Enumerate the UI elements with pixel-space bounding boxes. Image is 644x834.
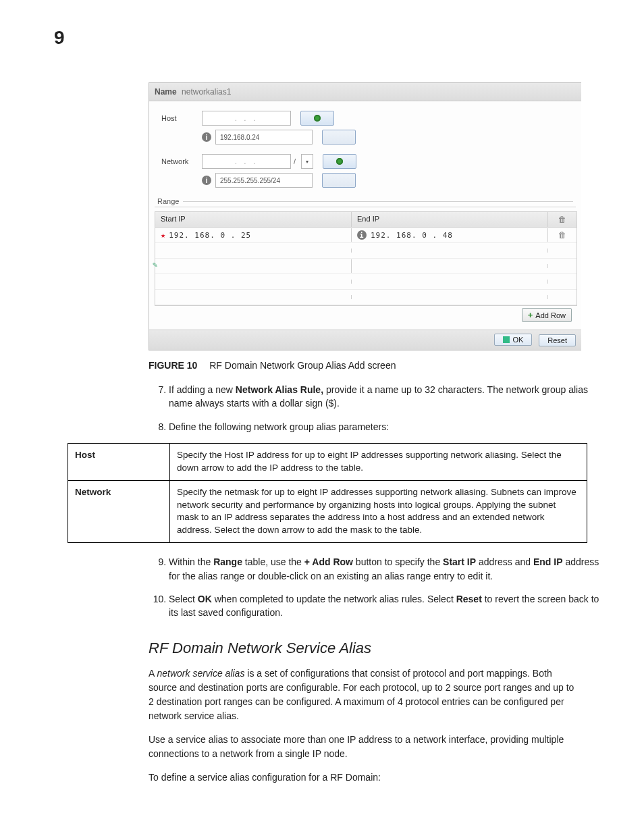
name-bar: Name networkalias1 <box>149 83 581 101</box>
name-value: networkalias1 <box>182 87 231 97</box>
paragraph-3: To define a service alias configuration … <box>149 771 581 785</box>
host-value-box[interactable]: 192.168.0.24 <box>215 130 313 145</box>
network-label: Network <box>161 157 202 165</box>
plus-icon: + <box>528 310 533 320</box>
host-ip-input[interactable]: . . . <box>202 111 291 126</box>
add-row-label: Add Row <box>535 311 566 319</box>
param-network-text: Specify the netmask for up to eight IP a… <box>170 480 587 543</box>
range-table: Start IP End IP 🗑 ★192. 168. 0 . 25 i192… <box>155 211 577 306</box>
star-icon: ★ <box>161 230 166 240</box>
trash-icon[interactable]: 🗑 <box>558 230 566 240</box>
range-row[interactable]: ✎ <box>155 259 576 274</box>
slash-label: / <box>294 157 296 165</box>
host-label: Host <box>161 114 202 122</box>
host-add-button[interactable] <box>300 111 334 126</box>
pencil-icon[interactable]: ✎ <box>153 260 158 269</box>
paragraph-1: A network service alias is a set of conf… <box>149 667 581 723</box>
range-row[interactable] <box>155 290 576 305</box>
range-row[interactable] <box>155 243 576 259</box>
end-ip-value: 192. 168. 0 . 48 <box>371 231 453 240</box>
start-ip-value: 192. 168. 0 . 25 <box>169 231 251 240</box>
host-remove-button[interactable] <box>322 130 356 145</box>
reset-button[interactable]: Reset <box>539 334 576 346</box>
param-host-label: Host <box>68 443 170 480</box>
range-header-start[interactable]: Start IP <box>155 212 352 227</box>
step-7: If adding a new Network Alias Rule, prov… <box>169 383 603 411</box>
figure-text: RF Domain Network Group Alias Add screen <box>209 360 396 371</box>
info-icon: i <box>357 230 367 240</box>
ok-button[interactable]: OK <box>494 334 532 346</box>
step-8: Define the following network group alias… <box>169 420 603 434</box>
section-heading: RF Domain Network Service Alias <box>149 640 603 657</box>
param-network-label: Network <box>68 480 170 543</box>
network-remove-button[interactable] <box>322 173 356 188</box>
step-10: Select OK when completed to update the n… <box>169 592 603 620</box>
name-label: Name <box>155 87 177 97</box>
page-number: 9 <box>54 27 603 49</box>
mask-spinner[interactable]: ▾ <box>301 154 313 169</box>
reset-label: Reset <box>547 336 567 344</box>
range-header-end[interactable]: End IP <box>352 212 547 227</box>
network-add-button[interactable] <box>323 154 356 169</box>
ok-icon <box>503 336 510 343</box>
ok-label: OK <box>512 336 523 344</box>
range-label: Range <box>157 197 179 205</box>
step-9: Within the Range table, use the + Add Ro… <box>169 555 603 583</box>
table-row: Network Specify the netmask for up to ei… <box>68 480 587 543</box>
alias-add-panel: Name networkalias1 Host . . . i 192.168.… <box>149 82 581 350</box>
network-ip-input[interactable]: . . . <box>202 154 291 169</box>
param-host-text: Specify the Host IP address for up to ei… <box>170 443 587 480</box>
range-row[interactable] <box>155 274 576 290</box>
add-row-button[interactable]: + Add Row <box>522 308 572 322</box>
range-row[interactable]: ★192. 168. 0 . 25 i192. 168. 0 . 48 🗑 <box>155 228 576 243</box>
trash-icon[interactable]: 🗑 <box>558 215 566 224</box>
table-row: Host Specify the Host IP address for up … <box>68 443 587 480</box>
figure-label: FIGURE 10 <box>149 360 197 371</box>
figure-caption: FIGURE 10 RF Domain Network Group Alias … <box>149 360 603 371</box>
paragraph-2: Use a service alias to associate more th… <box>149 733 581 761</box>
info-icon: i <box>202 132 211 142</box>
info-icon: i <box>202 176 211 185</box>
panel-footer: OK Reset <box>149 330 581 350</box>
network-value-box[interactable]: 255.255.255.255/24 <box>215 173 313 188</box>
parameter-table: Host Specify the Host IP address for up … <box>68 443 587 543</box>
